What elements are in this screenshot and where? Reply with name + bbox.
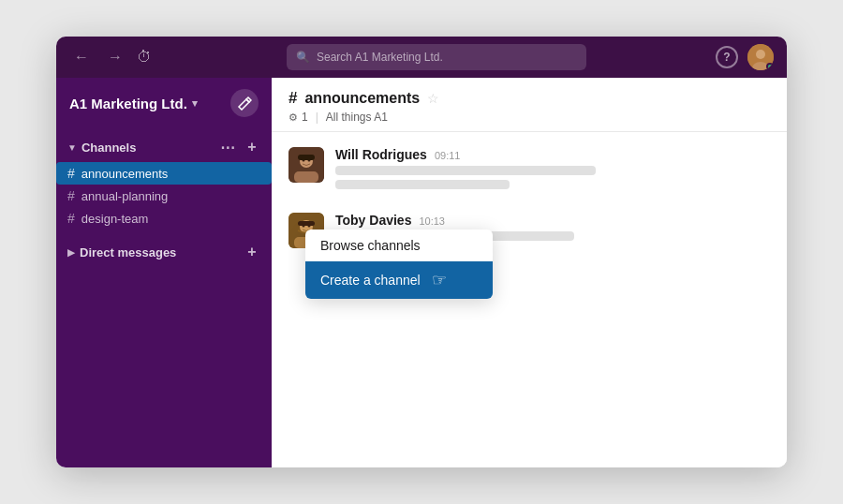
channel-header: # announcements ☆ ⚙ 1 | All things A1 (272, 78, 787, 132)
member-icon: ⚙ (288, 111, 298, 124)
channel-hash-icon: # (288, 89, 297, 108)
sidebar: A1 Marketing Ltd. ▾ ▼ Channels (56, 78, 272, 467)
channel-name-design-team: design-team (81, 212, 149, 226)
svg-rect-14 (298, 221, 315, 226)
channel-item-annual-planning[interactable]: # annual-planning (56, 185, 272, 207)
dm-section-left: ▶ Direct messages (67, 245, 176, 259)
compose-icon (237, 96, 252, 111)
separator: | (316, 111, 318, 124)
channel-name-announcements: announcements (81, 167, 169, 181)
channels-more-button[interactable]: ⋯ (217, 137, 238, 157)
history-button[interactable]: ⏱ (137, 49, 152, 66)
message-row: Will Rodrigues 09:11 (288, 147, 770, 194)
workspace-name-label: A1 Marketing Ltd. (69, 96, 187, 111)
online-indicator (766, 63, 774, 70)
svg-rect-5 (294, 171, 318, 183)
message-text-line-2 (335, 180, 510, 189)
hash-icon: # (67, 188, 75, 203)
channels-section: ▼ Channels ⋯ + # announcements # annual-… (56, 128, 272, 233)
top-bar: ← → ⏱ 🔍 Search A1 Marketing Ltd. ? (56, 37, 787, 78)
hash-icon: # (67, 166, 75, 181)
channel-item-announcements[interactable]: # announcements (56, 162, 272, 185)
message-time-toby: 10:13 (419, 215, 445, 227)
message-header-will: Will Rodrigues 09:11 (335, 147, 770, 162)
browse-channels-item[interactable]: Browse channels (305, 230, 493, 261)
search-icon: 🔍 (296, 51, 310, 64)
channels-section-header[interactable]: ▼ Channels ⋯ + (56, 132, 272, 162)
channels-section-left: ▼ Channels (67, 141, 136, 155)
avatar-will (288, 147, 324, 183)
star-icon[interactable]: ☆ (427, 91, 439, 106)
dm-collapse-icon: ▶ (67, 247, 75, 258)
dropdown-popup: Browse channels Create a channel ☞ (305, 230, 493, 299)
create-channel-item[interactable]: Create a channel ☞ (305, 261, 493, 299)
help-button[interactable]: ? (716, 46, 738, 68)
channel-meta: ⚙ 1 | All things A1 (288, 111, 770, 124)
dm-section-header[interactable]: ▶ Direct messages + (56, 237, 272, 267)
svg-point-1 (756, 50, 765, 59)
create-channel-label: Create a channel (320, 273, 421, 288)
channels-add-button[interactable]: + (242, 137, 262, 157)
message-body-will: Will Rodrigues 09:11 (335, 147, 770, 194)
messages-area: Will Rodrigues 09:11 (272, 132, 787, 467)
channel-description: All things A1 (326, 111, 388, 124)
dm-label: Direct messages (80, 245, 176, 259)
dm-section: ▶ Direct messages + (56, 233, 272, 271)
search-bar[interactable]: 🔍 Search A1 Marketing Ltd. (287, 44, 586, 70)
will-avatar-image (288, 147, 324, 183)
workspace-chevron-icon: ▾ (192, 97, 198, 110)
main-content: A1 Marketing Ltd. ▾ ▼ Channels (56, 78, 787, 467)
member-count-value: 1 (302, 111, 308, 124)
message-author-will: Will Rodrigues (335, 147, 427, 162)
channels-collapse-icon: ▼ (67, 142, 77, 153)
forward-button[interactable]: → (103, 47, 127, 67)
channel-item-design-team[interactable]: # design-team (56, 207, 272, 230)
hash-icon: # (67, 211, 75, 226)
channel-title-row: # announcements ☆ (288, 89, 770, 108)
message-header-toby: Toby Davies 10:13 (335, 213, 770, 228)
compose-button[interactable] (230, 89, 259, 117)
message-text-line-1 (335, 166, 596, 175)
workspace-header: A1 Marketing Ltd. ▾ (56, 78, 272, 128)
dm-add-button[interactable]: + (242, 242, 262, 262)
channel-name-annual-planning: annual-planning (81, 189, 169, 203)
svg-rect-8 (298, 155, 315, 160)
user-avatar[interactable] (747, 44, 774, 70)
workspace-name[interactable]: A1 Marketing Ltd. ▾ (69, 96, 198, 111)
back-button[interactable]: ← (69, 47, 94, 67)
channel-title: announcements (304, 90, 420, 107)
channels-section-right: ⋯ + (217, 137, 262, 157)
message-author-toby: Toby Davies (335, 213, 411, 228)
cursor-icon: ☞ (432, 270, 447, 290)
message-time-will: 09:11 (435, 150, 461, 161)
member-count: ⚙ 1 (288, 111, 308, 124)
channels-label: Channels (81, 141, 137, 155)
search-placeholder: Search A1 Marketing Ltd. (317, 51, 443, 64)
